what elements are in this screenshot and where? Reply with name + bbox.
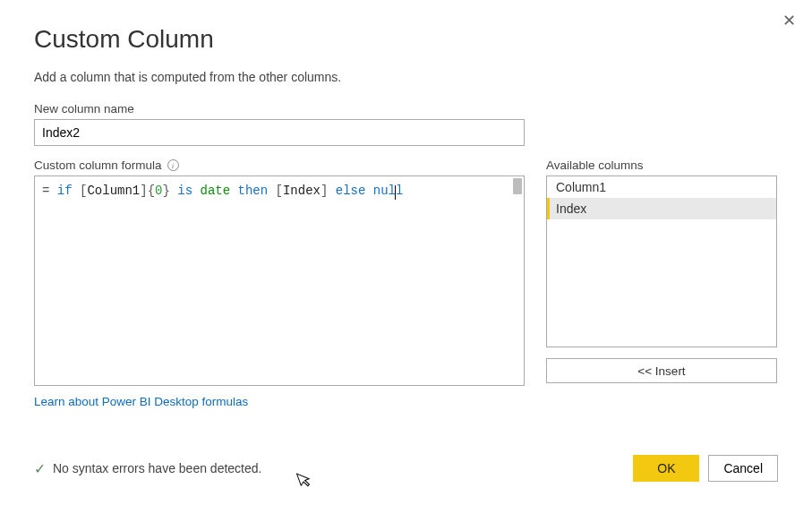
dialog-subtitle: Add a column that is computed from the o… [34,70,778,84]
dialog-title: Custom Column [34,25,778,54]
insert-button[interactable]: << Insert [546,358,777,383]
tok-index: Index [283,184,321,198]
new-column-name-input[interactable] [34,119,525,146]
tok-column1: Column1 [87,184,140,198]
kw-is: is [177,184,192,198]
check-icon: ✓ [34,460,46,477]
tok-bracket: [ [276,184,283,198]
cancel-button[interactable]: Cancel [708,455,778,482]
formula-label: Custom column formula i [34,158,525,172]
status-message: No syntax errors have been detected. [53,461,261,475]
info-icon[interactable]: i [167,159,179,171]
kw-then: then [238,184,269,198]
ok-button[interactable]: OK [633,455,699,482]
tok-bracket: ] [140,184,147,198]
formula-editor[interactable]: = if [Column1]{0} is date then [Index] e… [34,175,525,386]
new-column-name-label: New column name [34,102,778,116]
close-icon[interactable]: ✕ [782,11,796,30]
formula-prefix: = [42,184,57,198]
list-item[interactable]: Index [547,198,776,219]
kw-if: if [57,184,73,198]
tok-bracket: ] [321,184,328,198]
custom-column-dialog: Custom Column Add a column that is compu… [0,0,812,426]
kw-else: else [336,184,366,198]
available-columns-list[interactable]: Column1 Index [546,175,777,347]
available-columns-label: Available columns [546,158,777,172]
list-item[interactable]: Column1 [547,176,776,198]
tok-brace: { [148,184,155,198]
kw-date: date [201,184,231,198]
kw-null-part: l [396,184,403,198]
scrollbar-thumb[interactable] [513,178,522,194]
kw-null-part: nul [373,184,396,198]
formula-label-text: Custom column formula [34,158,162,172]
syntax-status: ✓ No syntax errors have been detected. [34,460,261,477]
tok-brace: } [162,184,169,198]
learn-formulas-link[interactable]: Learn about Power BI Desktop formulas [34,395,525,408]
